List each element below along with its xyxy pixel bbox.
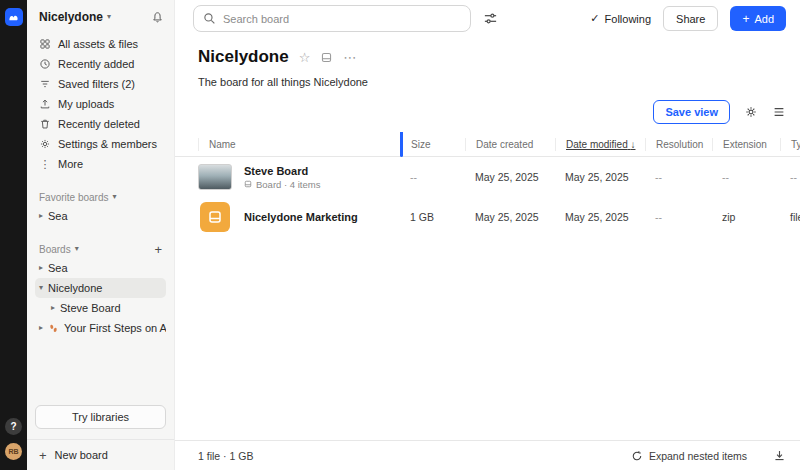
plus-icon: + (742, 12, 749, 26)
pinned-column-indicator (400, 132, 403, 157)
row-subtitle: Board · 4 items (244, 179, 320, 190)
name-text-block: Steve Board Board · 4 items (244, 165, 320, 190)
sidebar-item-more[interactable]: ⋮ More (35, 154, 166, 174)
board-thumbnail-image (198, 164, 232, 190)
sidebar-bottom: Try libraries + New board (35, 405, 166, 470)
more-options-icon[interactable]: ⋯ (343, 51, 356, 64)
sidebar: Nicelydone ▾ All assets & files Recently… (27, 0, 175, 470)
sidebar-item-recently-deleted[interactable]: Recently deleted (35, 114, 166, 134)
filters-sliders-icon[interactable] (483, 11, 498, 26)
name-text-block: Nicelydone Marketing (244, 211, 358, 223)
page-title: Nicelydone (198, 47, 289, 67)
column-header-date-modified[interactable]: Date modified ↓ (555, 138, 645, 151)
column-header-resolution[interactable]: Resolution (645, 138, 712, 151)
board-frame-icon[interactable] (320, 51, 333, 64)
star-icon[interactable]: ☆ (299, 51, 311, 64)
following-toggle[interactable]: ✓ Following (590, 12, 651, 25)
sidebar-item-label: All assets & files (58, 38, 138, 50)
extension-cell: zip (712, 211, 780, 223)
sidebar-item-label: Settings & members (58, 138, 157, 150)
download-icon[interactable] (773, 449, 786, 462)
sidebar-item-all-assets[interactable]: All assets & files (35, 34, 166, 54)
size-cell: 1 GB (400, 211, 465, 223)
column-label: Date modified (566, 139, 628, 150)
board-label: Steve Board (60, 302, 121, 314)
add-button[interactable]: + Add (730, 6, 786, 31)
add-board-icon[interactable]: + (154, 243, 162, 256)
board-item-steve-board[interactable]: ▸ Steve Board (35, 298, 166, 318)
chevron-right-icon: ▸ (51, 304, 55, 312)
board-label: Sea (48, 262, 68, 274)
help-button[interactable]: ? (5, 418, 22, 435)
chevron-down-icon: ▾ (75, 245, 79, 253)
chevron-right-icon: ▸ (39, 324, 43, 332)
title-row: Nicelydone ☆ ⋯ (198, 47, 786, 67)
expand-nested-items-button[interactable]: Expand nested items (631, 450, 747, 462)
column-header-size[interactable]: Size (400, 138, 465, 151)
thumbnail-wrap (198, 164, 232, 190)
column-header-name[interactable]: Name (198, 138, 400, 151)
list-view-icon[interactable] (772, 105, 786, 119)
favorite-board-sea[interactable]: ▸ Sea (35, 206, 166, 226)
row-title: Nicelydone Marketing (244, 211, 358, 223)
share-button[interactable]: Share (663, 6, 718, 31)
name-cell: Steve Board Board · 4 items (198, 164, 400, 190)
column-header-type[interactable]: Type (780, 138, 800, 151)
board-item-sea[interactable]: ▸ Sea (35, 258, 166, 278)
app-window: ? RB Nicelydone ▾ All assets & files Rec… (0, 0, 800, 470)
name-cell: Nicelydone Marketing (198, 202, 400, 232)
board-description: The board for all things Nicelydone (198, 76, 786, 88)
view-settings-gear-icon[interactable] (744, 105, 758, 119)
table-header-row: Name Size Date created Date modified ↓ R… (175, 132, 800, 157)
sidebar-item-label: Recently deleted (58, 118, 140, 130)
save-view-button[interactable]: Save view (653, 100, 730, 124)
type-cell: file (780, 211, 800, 223)
grid-icon (39, 38, 51, 50)
table-row[interactable]: Steve Board Board · 4 items -- May 25, 2… (175, 157, 800, 197)
view-controls: Save view (175, 88, 800, 132)
board-item-first-steps[interactable]: ▸ Your First Steps on Air (35, 318, 166, 338)
air-logo-glyph (8, 12, 19, 23)
expand-nested-icon (631, 450, 643, 462)
size-cell: -- (400, 171, 465, 183)
sidebar-item-settings-members[interactable]: Settings & members (35, 134, 166, 154)
footsteps-icon (48, 323, 59, 334)
status-bar: 1 file · 1 GB Expand nested items (175, 440, 800, 470)
avatar[interactable]: RB (5, 443, 22, 460)
extension-cell: -- (712, 171, 780, 183)
favorite-boards-section-header[interactable]: Favorite boards ▾ (35, 188, 166, 206)
sidebar-item-recently-added[interactable]: Recently added (35, 54, 166, 74)
workspace-switcher[interactable]: Nicelydone ▾ (35, 10, 166, 34)
summary-text: 1 file · 1 GB (198, 450, 253, 462)
try-libraries-button[interactable]: Try libraries (35, 405, 166, 429)
air-logo[interactable] (5, 8, 23, 26)
board-label: Your First Steps on Air (64, 322, 166, 334)
column-header-date-created[interactable]: Date created (465, 138, 555, 151)
search-bar[interactable] (193, 5, 471, 32)
type-cell: -- (780, 171, 800, 183)
chevron-right-icon: ▸ (39, 264, 43, 272)
row-subtitle-text: Board · 4 items (256, 179, 320, 190)
sidebar-item-label: More (58, 158, 83, 170)
topbar: ✓ Following Share + Add (175, 0, 800, 37)
add-label: Add (754, 13, 774, 25)
chevron-down-icon: ▾ (107, 13, 111, 21)
resolution-cell: -- (645, 211, 712, 223)
sort-desc-icon: ↓ (630, 139, 635, 150)
search-input[interactable] (223, 13, 461, 25)
new-board-label: New board (55, 449, 108, 461)
sidebar-item-my-uploads[interactable]: My uploads (35, 94, 166, 114)
board-item-nicelydone[interactable]: ▾ Nicelydone (35, 278, 166, 298)
date-created-cell: May 25, 2025 (465, 171, 555, 183)
workspace-name: Nicelydone (39, 10, 103, 24)
sidebar-item-saved-filters[interactable]: Saved filters (2) (35, 74, 166, 94)
boards-section-header[interactable]: Boards ▾ + (35, 240, 166, 258)
board-label: Nicelydone (48, 282, 102, 294)
assets-table: Name Size Date created Date modified ↓ R… (175, 132, 800, 440)
notifications-bell-icon[interactable] (151, 11, 164, 24)
column-header-extension[interactable]: Extension (712, 138, 780, 151)
filter-icon (39, 78, 51, 90)
table-row[interactable]: Nicelydone Marketing 1 GB May 25, 2025 M… (175, 197, 800, 237)
section-label: Boards (39, 244, 71, 255)
new-board-button[interactable]: + New board (27, 439, 174, 470)
